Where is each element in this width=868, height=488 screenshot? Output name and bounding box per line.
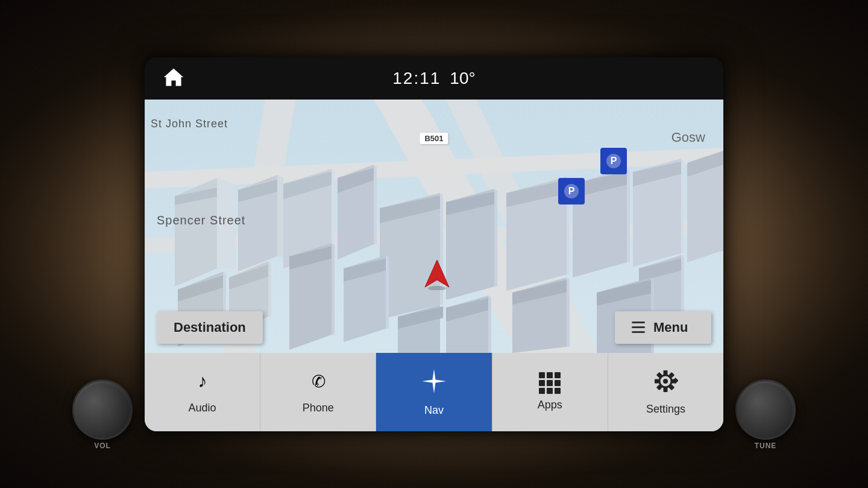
nav-label: Nav bbox=[424, 404, 444, 417]
apps-label: Apps bbox=[538, 399, 562, 411]
nav-item-nav[interactable]: Nav bbox=[376, 353, 492, 431]
svg-rect-72 bbox=[664, 388, 668, 392]
svg-marker-55 bbox=[386, 255, 389, 329]
svg-marker-20 bbox=[332, 169, 335, 253]
nav-arrow bbox=[422, 257, 452, 293]
home-button[interactable] bbox=[163, 66, 184, 90]
phone-icon: ✆ bbox=[306, 369, 330, 397]
svg-text:P: P bbox=[568, 186, 575, 196]
nav-star-icon bbox=[420, 367, 448, 399]
status-bar: 12:11 10° bbox=[145, 57, 723, 100]
tune-knob[interactable] bbox=[735, 379, 796, 440]
svg-rect-74 bbox=[655, 379, 659, 384]
svg-marker-65 bbox=[425, 260, 449, 287]
music-icon: ♪ bbox=[190, 369, 215, 397]
map-area[interactable]: St John Street Spencer Street Gosw B501 … bbox=[145, 100, 723, 353]
svg-text:P: P bbox=[611, 156, 617, 166]
svg-point-66 bbox=[428, 286, 446, 290]
temperature: 10° bbox=[450, 69, 475, 88]
menu-label: Menu bbox=[653, 320, 688, 335]
svg-marker-17 bbox=[268, 261, 271, 317]
audio-label: Audio bbox=[189, 402, 216, 414]
svg-text:♪: ♪ bbox=[198, 371, 207, 391]
destination-button[interactable]: Destination bbox=[157, 311, 263, 344]
nav-item-audio[interactable]: ♪ Audio bbox=[145, 353, 260, 431]
nav-item-apps[interactable]: Apps bbox=[492, 353, 608, 431]
menu-button[interactable]: Menu bbox=[615, 311, 711, 344]
nav-item-phone[interactable]: ✆ Phone bbox=[260, 353, 376, 431]
svg-text:✆: ✆ bbox=[311, 372, 325, 391]
svg-marker-26 bbox=[332, 243, 335, 335]
nav-item-settings[interactable]: Settings bbox=[608, 353, 723, 431]
svg-marker-32 bbox=[494, 189, 497, 287]
apps-grid-icon bbox=[539, 372, 561, 394]
street-label-spencer: Spencer Street bbox=[157, 214, 245, 227]
map-canvas[interactable]: St John Street Spencer Street Gosw B501 … bbox=[145, 100, 723, 353]
road-label-b501: B501 bbox=[420, 133, 448, 144]
street-label-gosw: Gosw bbox=[671, 130, 705, 145]
volume-knob[interactable] bbox=[72, 379, 133, 440]
status-center: 12:11 10° bbox=[392, 69, 475, 88]
phone-label: Phone bbox=[303, 402, 334, 414]
svg-marker-11 bbox=[277, 175, 283, 256]
svg-marker-60 bbox=[488, 296, 491, 353]
settings-label: Settings bbox=[646, 403, 685, 416]
svg-marker-41 bbox=[567, 277, 570, 347]
menu-icon bbox=[632, 322, 645, 333]
poi-icon-1[interactable]: P bbox=[600, 148, 627, 174]
gear-icon bbox=[652, 368, 679, 398]
svg-marker-44 bbox=[681, 159, 684, 253]
nav-bar: ♪ Audio ✆ Phone bbox=[145, 353, 723, 431]
svg-marker-23 bbox=[374, 165, 377, 244]
street-label-st-john: St John Street bbox=[151, 118, 228, 130]
svg-point-82 bbox=[663, 379, 668, 384]
poi-icon-2[interactable]: P bbox=[558, 178, 585, 204]
svg-rect-71 bbox=[664, 370, 668, 375]
clock: 12:11 bbox=[392, 69, 441, 88]
svg-marker-38 bbox=[627, 169, 630, 262]
infotainment-screen: 12:11 10° bbox=[145, 57, 723, 431]
